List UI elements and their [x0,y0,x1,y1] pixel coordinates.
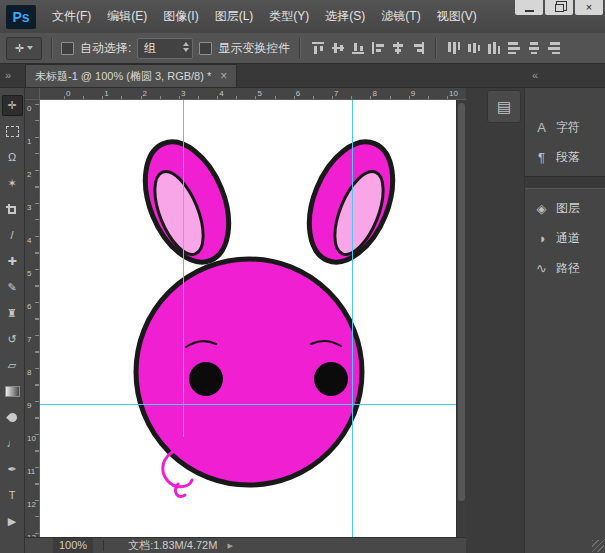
align-right-edges-icon[interactable] [409,40,426,56]
ruler-number: 2 [27,170,31,179]
auto-select-label: 自动选择: [80,40,131,57]
ruler-number: 10 [27,434,36,443]
show-transform-checkbox[interactable] [199,42,212,55]
align-left-edges-icon[interactable] [369,40,386,56]
tool-gradient[interactable] [2,381,23,402]
panel-button-paragraph[interactable]: ¶段落 [525,142,605,172]
vertical-guide[interactable] [183,100,184,437]
distribute-horizontal-centers-icon[interactable] [525,40,542,56]
show-transform-label: 显示变换控件 [218,40,290,57]
menu-item[interactable]: 选择(S) [317,0,373,33]
auto-select-target-value: 组 [144,40,156,57]
quick-selection-icon: ✶ [7,178,16,189]
dodge-icon: ♩ [7,438,18,449]
menu-items: 文件(F)编辑(E)图像(I)图层(L)类型(Y)选择(S)滤镜(T)视图(V) [44,0,485,33]
menu-item[interactable]: 视图(V) [429,0,485,33]
menu-bar: Ps 文件(F)编辑(E)图像(I)图层(L)类型(Y)选择(S)滤镜(T)视图… [0,0,605,34]
ruler-number: 6 [296,89,300,98]
panel-label: 通道 [556,230,580,247]
dock-divider [525,176,605,189]
menu-item[interactable]: 编辑(E) [99,0,155,33]
auto-select-checkbox[interactable] [61,42,74,55]
dock-expand-chevron-icon[interactable]: « [532,69,538,81]
character-icon: A [534,120,549,135]
tool-eraser[interactable]: ▱ [2,355,23,376]
vertical-scrollbar[interactable] [456,100,466,537]
ruler-number: 8 [372,89,376,98]
tool-type[interactable]: T [2,485,23,506]
auto-select-target-dropdown[interactable]: 组 [137,38,193,59]
tool-dodge[interactable]: ♩ [2,433,23,454]
chevron-down-icon [27,46,33,50]
resize-grip[interactable] [592,540,604,552]
tool-brush[interactable]: ✎ [2,277,23,298]
document-size-info[interactable]: 文档:1.83M/4.72M [128,538,217,553]
restore-button[interactable] [545,0,573,15]
distribute-bottom-edges-icon[interactable] [485,40,502,56]
tool-spot-healing-brush[interactable]: ✚ [2,251,23,272]
tool-clone-stamp[interactable]: ♜ [2,303,23,324]
panel-button-channels[interactable]: ◑通道 [525,223,605,253]
panel-button-paths[interactable]: ∿路径 [525,253,605,283]
path-selection-icon: ▶ [8,516,16,527]
ruler-number: 9 [27,401,31,410]
tool-move[interactable]: ✛ [2,95,23,116]
document-tab[interactable]: 未标题-1 @ 100% (椭圆 3, RGB/8) * × [25,64,237,87]
align-vertical-centers-icon[interactable] [329,40,346,56]
panel-button-layers[interactable]: ◈图层 [525,193,605,223]
tool-pen[interactable]: ✒ [2,459,23,480]
document-canvas[interactable] [40,100,456,537]
vertical-guide[interactable] [352,100,353,537]
ruler-number: 7 [27,335,31,344]
menu-item[interactable]: 图层(L) [207,0,262,33]
tool-quick-selection[interactable]: ✶ [2,173,23,194]
distribute-right-edges-icon[interactable] [545,40,562,56]
panel-dock-items: A字符¶段落◈图层◑通道∿路径 [525,88,605,283]
menu-item[interactable]: 类型(Y) [261,0,317,33]
ruler-number: 9 [411,89,415,98]
zoom-level-field[interactable]: 100% [53,538,93,553]
tool-preset-picker[interactable]: ✛ [6,37,42,60]
distribute-icons-group [445,40,562,56]
tool-blur[interactable] [2,407,23,428]
ruler-number: 11 [27,467,35,476]
tool-eyedropper[interactable]: / [2,225,23,246]
tool-crop[interactable] [2,199,23,220]
document-tab-title: 未标题-1 @ 100% (椭圆 3, RGB/8) * [35,69,211,84]
tool-history-brush[interactable]: ↺ [2,329,23,350]
minimize-button[interactable] [515,0,543,15]
align-bottom-edges-icon[interactable] [349,40,366,56]
panel-label: 字符 [556,119,580,136]
ruler-number: 2 [143,89,147,98]
horizontal-guide[interactable] [40,404,456,405]
tab-close-icon[interactable]: × [220,70,227,82]
vertical-ruler[interactable]: 012345678910111213 [25,100,40,537]
distribute-left-edges-icon[interactable] [505,40,522,56]
spot-healing-brush-icon: ✚ [7,256,16,267]
collapsed-panel-button[interactable]: ▤ [487,90,521,123]
align-top-edges-icon[interactable] [309,40,326,56]
menu-item[interactable]: 图像(I) [155,0,206,33]
panel-button-character[interactable]: A字符 [525,112,605,142]
ruler-origin-corner[interactable] [25,88,40,100]
scrollbar-thumb[interactable] [458,103,465,501]
horizontal-ruler[interactable]: 012345678910 [40,88,466,100]
ruler-number: 7 [334,89,338,98]
status-flyout-arrow-icon[interactable]: ▶ [227,542,232,550]
tool-path-selection[interactable]: ▶ [2,511,23,532]
tool-lasso[interactable]: Ω [2,147,23,168]
panel-label: 图层 [556,200,580,217]
close-button[interactable]: × [575,0,603,15]
tool-rectangular-marquee[interactable] [2,121,23,142]
distribute-vertical-centers-icon[interactable] [465,40,482,56]
tools-collapse-chevron-icon[interactable]: » [5,69,11,81]
bunny-artwork [40,100,456,537]
align-horizontal-centers-icon[interactable] [389,40,406,56]
photoshop-window: Ps 文件(F)编辑(E)图像(I)图层(L)类型(Y)选择(S)滤镜(T)视图… [0,0,605,553]
distribute-top-edges-icon[interactable] [445,40,462,56]
menu-item[interactable]: 文件(F) [44,0,99,33]
separator [103,540,104,551]
separator [51,38,52,58]
spinner-icon [183,42,189,52]
menu-item[interactable]: 滤镜(T) [373,0,428,33]
